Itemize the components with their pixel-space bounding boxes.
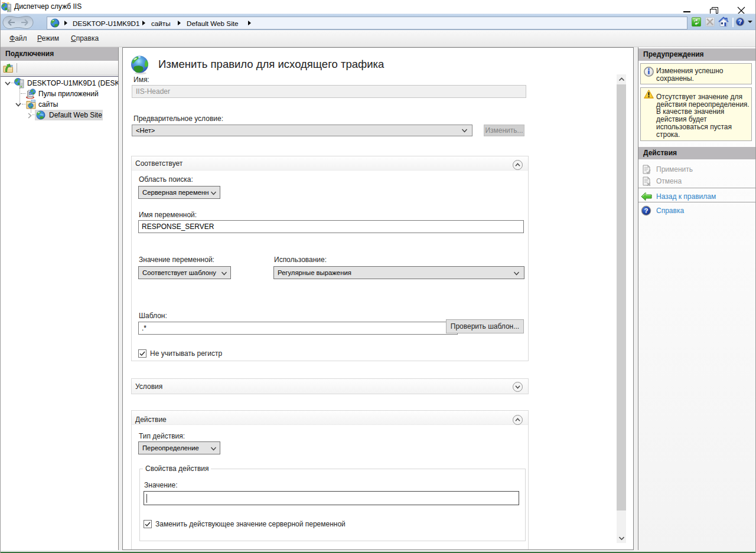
svg-text:?: ?	[644, 207, 648, 214]
svg-text:?: ?	[738, 18, 742, 25]
